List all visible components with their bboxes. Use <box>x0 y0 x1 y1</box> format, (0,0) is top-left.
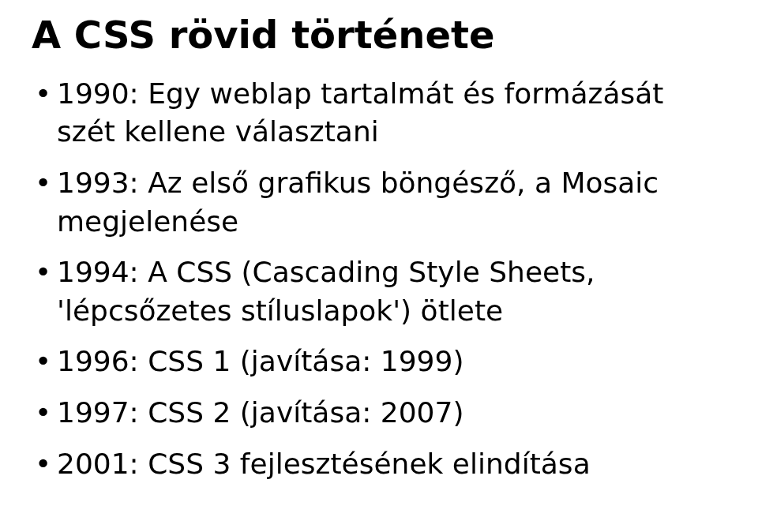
list-item: 1990: Egy weblap tartalmát és formázását… <box>32 75 726 152</box>
slide-title: A CSS rövid története <box>32 14 726 56</box>
list-item: 1994: A CSS (Cascading Style Sheets, 'lé… <box>32 253 726 330</box>
list-item: 1996: CSS 1 (javítása: 1999) <box>32 343 726 381</box>
list-item: 1997: CSS 2 (javítása: 2007) <box>32 394 726 433</box>
list-item: 1993: Az első grafikus böngésző, a Mosai… <box>32 164 726 241</box>
slide: A CSS rövid története 1990: Egy weblap t… <box>0 0 758 532</box>
bullet-list: 1990: Egy weblap tartalmát és formázását… <box>32 75 726 483</box>
list-item: 2001: CSS 3 fejlesztésének elindítása <box>32 445 726 484</box>
